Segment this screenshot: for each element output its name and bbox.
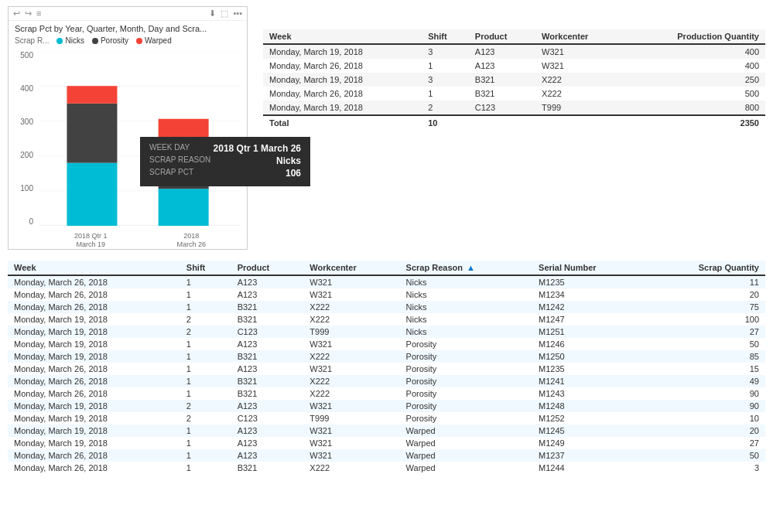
- bottom-cell-shift: 2: [180, 400, 231, 412]
- legend-warped: Warped: [136, 36, 172, 45]
- download-icon[interactable]: ⬇: [209, 9, 216, 19]
- right-cell-quantity: 800: [624, 101, 765, 115]
- bottom-cell-shift: 2: [180, 313, 231, 326]
- bottom-cell-scrapreason: Warped: [400, 425, 532, 437]
- chart-area[interactable]: 500 400 300 200 100 0: [9, 48, 247, 249]
- bottom-col-scrapreason[interactable]: Scrap Reason ▲: [400, 261, 532, 275]
- bottom-cell-scrapreason: Nicks: [400, 288, 532, 301]
- bottom-cell-scrapqty: 27: [647, 326, 765, 338]
- bottom-cell-workcenter: W321: [303, 288, 399, 301]
- bottom-cell-scrapreason: Nicks: [400, 313, 532, 326]
- bottom-cell-scrapqty: 90: [647, 387, 765, 400]
- bottom-cell-product: B321: [231, 313, 304, 326]
- bottom-cell-workcenter: X222: [303, 462, 399, 474]
- bottom-table-row: Monday, March 19, 2018 1 A123 W321 Warpe…: [8, 425, 765, 437]
- more-icon[interactable]: •••: [233, 9, 242, 19]
- bottom-cell-scrapqty: 100: [647, 313, 765, 326]
- bottom-cell-shift: 1: [180, 338, 231, 350]
- col-production-qty: Production Quantity: [624, 29, 765, 44]
- bottom-cell-scrapqty: 15: [647, 363, 765, 375]
- tooltip-scrapreason-row: SCRAP REASON Nicks: [149, 155, 301, 166]
- bottom-cell-product: A123: [231, 275, 304, 288]
- tooltip-scrappct-value: 106: [286, 168, 301, 179]
- bottom-cell-week: Monday, March 26, 2018: [8, 301, 180, 313]
- right-cell-week: Monday, March 19, 2018: [263, 73, 422, 87]
- bottom-cell-scrapqty: 27: [647, 437, 765, 449]
- right-cell-quantity: 500: [624, 87, 765, 101]
- right-cell-product: B321: [469, 73, 535, 87]
- svg-rect-9: [159, 189, 209, 226]
- bottom-table-row: Monday, March 19, 2018 2 B321 X222 Nicks…: [8, 313, 765, 326]
- bottom-cell-week: Monday, March 26, 2018: [8, 275, 180, 288]
- bottom-cell-workcenter: W321: [303, 275, 399, 288]
- right-cell-week: Monday, March 19, 2018: [263, 44, 422, 59]
- bottom-cell-workcenter: X222: [303, 350, 399, 363]
- bottom-table-row: Monday, March 26, 2018 1 B321 X222 Warpe…: [8, 462, 765, 474]
- tooltip-weekday-value: 2018 Qtr 1 March 26: [214, 143, 301, 154]
- expand-icon[interactable]: ⬚: [221, 9, 228, 19]
- right-cell-week: Monday, March 26, 2018: [263, 87, 422, 101]
- bottom-cell-scrapqty: 90: [647, 400, 765, 412]
- chart-toolbar-right-icons: ⬇ ⬚ •••: [209, 9, 242, 19]
- col-workcenter: Workcenter: [535, 29, 624, 44]
- right-cell-shift: 1: [422, 59, 469, 73]
- right-cell-workcenter: X222: [535, 73, 624, 87]
- chart-tooltip: WEEK DAY 2018 Qtr 1 March 26 SCRAP REASO…: [140, 137, 310, 186]
- chart-legend: Scrap R... Nicks Porosity Warped: [9, 35, 247, 48]
- tooltip-scrappct-label: SCRAP PCT: [149, 168, 193, 179]
- bottom-cell-week: Monday, March 19, 2018: [8, 412, 180, 425]
- bottom-cell-scrapreason: Porosity: [400, 338, 532, 350]
- redo-icon[interactable]: ↪: [25, 9, 32, 19]
- top-section: ↩ ↪ ≡ ⬇ ⬚ ••• Scrap Pct by Year, Quarter…: [0, 0, 773, 256]
- right-cell-shift: 3: [422, 73, 469, 87]
- bottom-cell-scrapqty: 49: [647, 375, 765, 387]
- tooltip-scrapreason-label: SCRAP REASON: [149, 155, 210, 166]
- bottom-col-week: Week: [8, 261, 180, 275]
- bottom-cell-scrapqty: 10: [647, 412, 765, 425]
- bottom-cell-serial: M1234: [532, 288, 646, 301]
- right-table-total-row: Total 10 2350: [263, 115, 765, 130]
- menu-icon[interactable]: ≡: [36, 9, 41, 19]
- total-quantity: 2350: [624, 115, 765, 130]
- bottom-data-table: Week Shift Product Workcenter Scrap Reas…: [8, 261, 765, 474]
- bottom-cell-serial: M1250: [532, 350, 646, 363]
- right-cell-workcenter: T999: [535, 101, 624, 115]
- right-cell-quantity: 400: [624, 44, 765, 59]
- bottom-cell-week: Monday, March 26, 2018: [8, 449, 180, 462]
- right-table-row: Monday, March 19, 2018 3 B321 X222 250: [263, 73, 765, 87]
- bottom-cell-workcenter: W321: [303, 338, 399, 350]
- bottom-cell-serial: M1252: [532, 412, 646, 425]
- bottom-cell-scrapqty: 11: [647, 275, 765, 288]
- warped-dot: [136, 38, 142, 44]
- bottom-table-row: Monday, March 26, 2018 1 A123 W321 Nicks…: [8, 288, 765, 301]
- undo-icon[interactable]: ↩: [13, 9, 20, 19]
- bottom-cell-shift: 1: [180, 363, 231, 375]
- right-cell-workcenter: X222: [535, 87, 624, 101]
- bottom-cell-week: Monday, March 19, 2018: [8, 313, 180, 326]
- right-table-row: Monday, March 19, 2018 3 A123 W321 400: [263, 44, 765, 59]
- bottom-cell-scrapqty: 20: [647, 288, 765, 301]
- right-data-table: Week Shift Product Workcenter Production…: [263, 29, 765, 130]
- bottom-cell-workcenter: W321: [303, 425, 399, 437]
- bottom-cell-scrapreason: Porosity: [400, 350, 532, 363]
- x-label-march19: 2018 Qtr 1March 19: [74, 232, 108, 249]
- bottom-cell-product: A123: [231, 437, 304, 449]
- bottom-cell-scrapreason: Warped: [400, 449, 532, 462]
- bottom-cell-scrapqty: 50: [647, 449, 765, 462]
- col-week: Week: [263, 29, 422, 44]
- bottom-cell-week: Monday, March 19, 2018: [8, 350, 180, 363]
- bottom-table-row: Monday, March 19, 2018 2 A123 W321 Poros…: [8, 400, 765, 412]
- bottom-col-shift: Shift: [180, 261, 231, 275]
- bottom-table-row: Monday, March 19, 2018 1 B321 X222 Poros…: [8, 350, 765, 363]
- right-cell-shift: 2: [422, 101, 469, 115]
- bottom-cell-serial: M1248: [532, 400, 646, 412]
- bottom-cell-shift: 1: [180, 350, 231, 363]
- bottom-cell-scrapreason: Nicks: [400, 275, 532, 288]
- bottom-cell-scrapqty: 50: [647, 338, 765, 350]
- tooltip-weekday-label: WEEK DAY: [149, 143, 190, 154]
- chart-panel: ↩ ↪ ≡ ⬇ ⬚ ••• Scrap Pct by Year, Quarter…: [8, 6, 248, 250]
- legend-porosity: Porosity: [92, 36, 128, 45]
- bottom-table-row: Monday, March 26, 2018 1 A123 W321 Nicks…: [8, 275, 765, 288]
- bottom-cell-serial: M1242: [532, 301, 646, 313]
- bottom-cell-shift: 1: [180, 449, 231, 462]
